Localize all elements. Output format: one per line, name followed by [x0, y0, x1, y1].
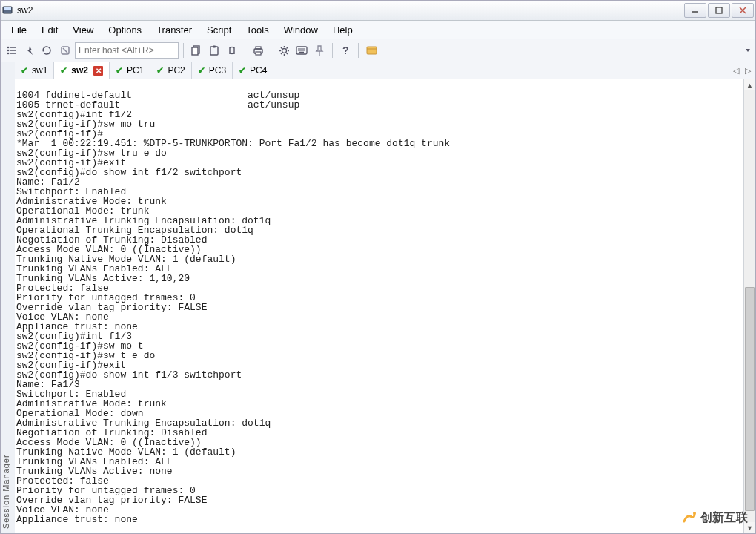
check-icon: ✔ [198, 66, 207, 75]
svg-line-26 [281, 47, 282, 49]
svg-point-21 [282, 48, 286, 53]
session-tab-pc1[interactable]: ✔ PC1 [110, 62, 150, 79]
xshell-icon[interactable] [363, 42, 379, 59]
session-tab-label: PC3 [209, 65, 226, 76]
svg-point-6 [7, 47, 10, 49]
svg-line-29 [286, 47, 288, 49]
check-icon: ✔ [116, 66, 125, 75]
svg-rect-1 [4, 7, 11, 10]
watermark: 创新互联 [681, 510, 748, 526]
toolbar: ? [1, 39, 755, 62]
watermark-text: 创新互联 [700, 510, 748, 526]
print-icon[interactable] [250, 42, 266, 59]
side-tab-session-manager[interactable]: Session Manager [1, 62, 15, 533]
app-icon [2, 5, 13, 16]
check-icon: ✔ [60, 66, 69, 75]
disconnect-icon[interactable] [57, 42, 73, 59]
tabs-next-icon[interactable]: ▷ [745, 66, 751, 76]
session-tab-label: sw2 [71, 65, 88, 76]
maximize-button[interactable] [708, 3, 730, 18]
tabs-prev-icon[interactable]: ◁ [733, 66, 739, 76]
session-tab-sw1[interactable]: ✔ sw1 [15, 62, 54, 79]
menu-help[interactable]: Help [325, 22, 360, 38]
menu-file[interactable]: File [4, 22, 34, 38]
svg-rect-20 [256, 52, 261, 55]
menu-transfer[interactable]: Transfer [149, 22, 199, 38]
svg-rect-3 [716, 7, 722, 13]
title-bar: sw2 [1, 1, 755, 21]
svg-rect-15 [192, 47, 198, 55]
svg-line-27 [286, 53, 288, 54]
svg-point-7 [7, 50, 10, 52]
session-tab-label: PC2 [168, 65, 185, 76]
terminal-output[interactable]: 1004 fddinet-default act/unsup 1005 trne… [15, 89, 743, 524]
menu-options[interactable]: Options [101, 22, 149, 38]
quick-connect-icon[interactable] [21, 42, 38, 59]
session-tab-sw2[interactable]: ✔ sw2 ✕ [54, 62, 110, 79]
session-tab-pc2[interactable]: ✔ PC2 [150, 62, 191, 79]
toolbar-sep [271, 43, 271, 58]
svg-point-8 [7, 53, 10, 55]
session-tabs: ✔ sw1 ✔ sw2 ✕ ✔ PC1 ✔ PC2 ✔ [15, 62, 755, 79]
toolbar-sep [332, 43, 333, 58]
check-icon: ✔ [21, 66, 30, 75]
keyboard-icon[interactable] [294, 42, 310, 59]
svg-text:?: ? [342, 45, 349, 56]
svg-rect-36 [367, 47, 377, 54]
close-button[interactable] [732, 3, 754, 18]
svg-rect-16 [210, 47, 218, 55]
toolbar-sep [358, 43, 359, 58]
menu-script[interactable]: Script [199, 22, 239, 38]
pin-icon[interactable] [311, 42, 328, 59]
session-manager-icon[interactable] [4, 42, 20, 59]
session-tab-label: PC1 [127, 65, 144, 76]
paste-icon[interactable] [206, 42, 222, 59]
svg-rect-19 [256, 47, 261, 49]
menu-edit[interactable]: Edit [34, 22, 65, 38]
svg-line-28 [281, 53, 282, 54]
menu-window[interactable]: Window [276, 22, 325, 38]
scroll-up-icon[interactable]: ▲ [744, 79, 755, 90]
check-icon: ✔ [156, 66, 165, 75]
menu-view[interactable]: View [65, 22, 101, 38]
window-title: sw2 [16, 5, 33, 16]
session-tab-label: PC4 [250, 65, 267, 76]
minimize-button[interactable] [684, 3, 706, 18]
svg-rect-17 [213, 46, 216, 48]
svg-point-38 [693, 512, 696, 515]
check-icon: ✔ [239, 66, 248, 75]
reconnect-icon[interactable] [39, 42, 56, 59]
menu-tools[interactable]: Tools [239, 22, 276, 38]
help-icon[interactable]: ? [337, 42, 354, 59]
session-tab-label: sw1 [32, 65, 47, 76]
toolbar-sep [183, 43, 184, 58]
copy-icon[interactable] [188, 42, 205, 59]
find-icon[interactable] [224, 42, 240, 59]
options-icon[interactable] [276, 42, 292, 59]
app-window: sw2 File Edit View Options Transfer Scri… [0, 0, 756, 534]
session-tab-pc3[interactable]: ✔ PC3 [192, 62, 233, 79]
session-tab-pc4[interactable]: ✔ PC4 [233, 62, 273, 79]
scrollbar[interactable]: ▲ ▼ [743, 79, 755, 533]
scroll-thumb[interactable] [745, 287, 755, 511]
watermark-logo-icon [681, 510, 697, 526]
toolbar-overflow-icon[interactable] [743, 43, 752, 58]
host-input[interactable] [75, 42, 179, 59]
toolbar-sep [245, 43, 245, 58]
close-tab-icon[interactable]: ✕ [93, 66, 103, 76]
menu-bar: File Edit View Options Transfer Script T… [1, 21, 755, 39]
svg-line-13 [63, 48, 67, 53]
